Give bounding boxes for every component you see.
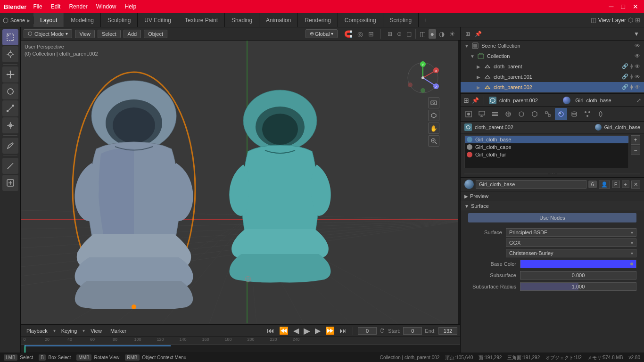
cloth-parent-001-action1[interactable]: 🔗 <box>622 74 628 80</box>
rp-pin-button[interactable]: 📌 <box>473 30 484 38</box>
fullscreen-props-button[interactable]: ⤢ <box>636 97 641 104</box>
scene-collection-item[interactable]: ▼ Scene Collection 👁 <box>461 41 644 51</box>
grab-hand-button[interactable]: ✋ <box>428 123 439 134</box>
tab-uv-editing[interactable]: UV Editing <box>138 13 178 27</box>
tab-rendering[interactable]: Rendering <box>298 13 338 27</box>
start-frame-input[interactable] <box>403 327 422 335</box>
view-menu-button[interactable]: View <box>75 30 95 38</box>
output-props-tab[interactable] <box>476 108 488 120</box>
menu-edit[interactable]: Edit <box>47 2 65 11</box>
gizmo-toggle[interactable]: ⊞ <box>386 30 394 38</box>
measure-tool-button[interactable] <box>2 158 18 174</box>
playback-menu[interactable]: Playback <box>24 327 50 335</box>
step-back-button[interactable]: ◀ <box>292 325 300 336</box>
cloth-parent-002-visibility[interactable]: 👁 <box>635 84 640 90</box>
cloth-parent-visibility[interactable]: 👁 <box>635 63 640 70</box>
tab-modeling[interactable]: Modeling <box>64 13 101 27</box>
material-item-0[interactable]: Girl_cloth_base <box>465 136 628 143</box>
cloth-parent-002-item[interactable]: ▶ cloth_parent.002 🔗 ⧫ 👁 <box>461 82 644 92</box>
mat-new-button[interactable]: + <box>622 181 629 188</box>
surface-type-dropdown[interactable]: Principled BSDF ▾ <box>506 228 636 237</box>
jump-prev-key-button[interactable]: ⏪ <box>278 325 289 336</box>
xray-toggle[interactable]: ◫ <box>405 30 413 38</box>
step-forward-button[interactable]: ▶ <box>314 325 322 336</box>
cloth-parent-001-visibility[interactable]: 👁 <box>635 74 640 80</box>
cloth-parent-002-expand[interactable]: ▶ <box>477 85 483 90</box>
remove-material-slot-button[interactable]: − <box>631 146 640 155</box>
particles-props-tab[interactable] <box>581 108 594 120</box>
play-button[interactable]: ▶ <box>303 325 311 337</box>
collection-expand[interactable]: ▼ <box>470 54 477 59</box>
subsurface-radius-slider[interactable]: 1.000 <box>520 282 636 291</box>
3d-scene[interactable]: X Y Z <box>21 41 460 362</box>
modifier-props-tab[interactable] <box>542 108 554 120</box>
rendered-shading[interactable]: ☀ <box>447 29 457 39</box>
cloth-parent-item[interactable]: ▶ cloth_parent 🔗 ⧫ 👁 <box>461 61 644 72</box>
navigation-gizmo[interactable]: X Y Z <box>406 61 439 94</box>
scene-icon[interactable]: ⬡ <box>3 16 8 24</box>
data-props-tab[interactable] <box>568 108 580 120</box>
keying-menu[interactable]: Keying <box>58 327 80 335</box>
cursor-tool-button[interactable] <box>2 46 18 62</box>
solid-shading[interactable]: ● <box>429 29 436 39</box>
mat-unlink-button[interactable]: ✕ <box>631 181 640 189</box>
character-right[interactable] <box>223 81 337 293</box>
use-nodes-button[interactable]: Use Nodes <box>468 213 636 222</box>
select-tool-button[interactable] <box>2 29 18 45</box>
cloth-parent-002-action1[interactable]: 🔗 <box>622 84 628 90</box>
base-color-swatch[interactable] <box>520 260 636 268</box>
select-menu-button[interactable]: Select <box>98 30 121 38</box>
collection-item[interactable]: ▼ Collection 👁 <box>461 51 644 61</box>
props-editor-icon[interactable]: ⊞ <box>463 97 469 104</box>
zoom-button[interactable] <box>428 135 439 147</box>
cloth-parent-expand[interactable]: ▶ <box>477 64 483 69</box>
overlay-icon[interactable]: ⊞ <box>635 16 640 24</box>
timeline-view-menu[interactable]: View <box>88 327 105 335</box>
end-frame-input[interactable] <box>438 327 457 335</box>
tab-animation[interactable]: Animation <box>259 13 298 27</box>
material-item-1[interactable]: Girl_cloth_cape <box>465 143 628 151</box>
jump-end-button[interactable]: ⏭ <box>339 326 348 336</box>
mirror-icon[interactable]: ⊞ <box>366 29 376 39</box>
collection-visibility[interactable]: 👁 <box>635 53 640 59</box>
menu-render[interactable]: Render <box>65 2 91 11</box>
close-button[interactable]: ✕ <box>629 2 642 11</box>
scene-collection-visibility[interactable]: 👁 <box>635 42 640 49</box>
cloth-parent-action1[interactable]: 🔗 <box>622 63 628 70</box>
transform-orientation-dropdown[interactable]: ⊕ Global ▾ <box>305 29 338 38</box>
maximize-button[interactable]: □ <box>618 2 629 11</box>
scene-props-tab[interactable] <box>502 108 514 120</box>
rotate-tool-button[interactable] <box>2 83 18 99</box>
render-props-tab[interactable] <box>462 108 475 120</box>
cloth-parent-001-item[interactable]: ▶ cloth_parent.001 🔗 ⧫ 👁 <box>461 72 644 82</box>
material-item-2[interactable]: Girl_cloth_fur <box>465 151 628 158</box>
snap-icon[interactable]: 🧲 <box>342 29 354 39</box>
cloth-parent-action2[interactable]: ⧫ <box>630 63 633 70</box>
tab-layout[interactable]: Layout <box>33 13 64 27</box>
scene-collection-expand[interactable]: ▼ <box>464 43 471 49</box>
transform-tool-button[interactable] <box>2 117 18 133</box>
move-tool-button[interactable] <box>2 66 18 82</box>
view-layer-props-tab[interactable] <box>489 108 501 120</box>
rp-editor-type-button[interactable]: ⊞ <box>463 30 472 38</box>
object-props-tab[interactable] <box>528 108 541 120</box>
cloth-parent-001-expand[interactable]: ▶ <box>477 74 483 80</box>
overlay-toggle[interactable]: ⊙ <box>395 30 404 38</box>
current-frame-input[interactable] <box>358 327 377 335</box>
scene-dropdown[interactable]: Scene <box>10 17 25 23</box>
tab-scripting[interactable]: Scripting <box>383 13 419 27</box>
character-left[interactable] <box>68 69 200 309</box>
add-workspace-button[interactable]: + <box>419 15 431 25</box>
material-preview-shading[interactable]: ◑ <box>437 29 446 39</box>
tab-shading[interactable]: Shading <box>225 13 259 27</box>
tab-texture-paint[interactable]: Texture Paint <box>178 13 225 27</box>
tab-compositing[interactable]: Compositing <box>338 13 383 27</box>
camera-view-button[interactable] <box>428 97 439 108</box>
3d-viewport[interactable]: ⬡ Object Mode ▾ View Select Add Object ⊕… <box>21 27 460 362</box>
jump-next-key-button[interactable]: ⏩ <box>324 325 336 336</box>
object-view-button[interactable] <box>428 110 439 121</box>
cloth-parent-001-action2[interactable]: ⧫ <box>630 74 633 80</box>
surface-section-header[interactable]: ▼ Surface <box>461 201 644 211</box>
preview-section-header[interactable]: ▶ Preview <box>461 191 644 201</box>
cloth-parent-002-action2[interactable]: ⧫ <box>630 84 633 90</box>
